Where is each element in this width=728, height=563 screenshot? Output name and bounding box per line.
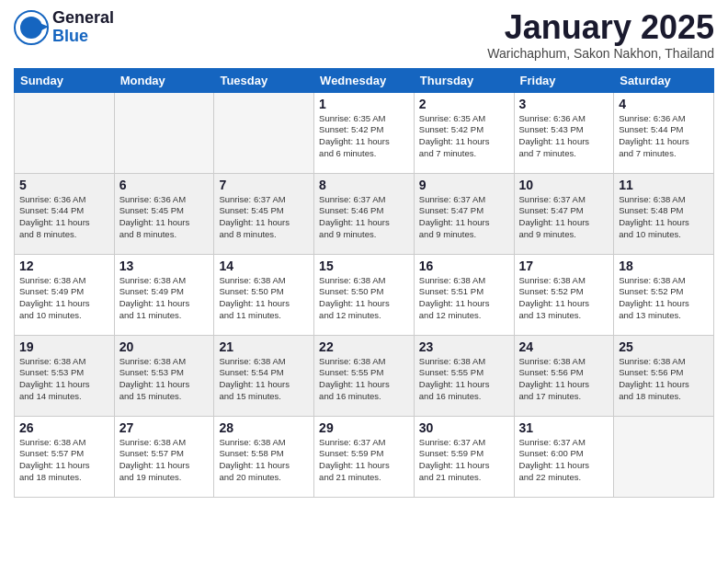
calendar-cell: 2Sunrise: 6:35 AM Sunset: 5:42 PM Daylig…	[414, 92, 514, 173]
day-number: 30	[419, 420, 509, 435]
day-info: Sunrise: 6:37 AM Sunset: 5:46 PM Dayligh…	[319, 194, 409, 241]
day-number: 22	[319, 339, 409, 354]
calendar-cell: 5Sunrise: 6:36 AM Sunset: 5:44 PM Daylig…	[15, 173, 115, 254]
page: General Blue January 2025 Warichaphum, S…	[0, 0, 728, 563]
day-number: 19	[19, 339, 109, 354]
day-info: Sunrise: 6:38 AM Sunset: 5:56 PM Dayligh…	[619, 356, 709, 403]
weekday-header-friday: Friday	[514, 68, 614, 92]
day-number: 5	[19, 178, 109, 192]
day-info: Sunrise: 6:38 AM Sunset: 5:51 PM Dayligh…	[419, 275, 509, 322]
calendar-cell	[114, 92, 214, 173]
day-number: 15	[319, 259, 409, 273]
day-info: Sunrise: 6:38 AM Sunset: 5:55 PM Dayligh…	[419, 356, 509, 403]
weekday-header-sunday: Sunday	[15, 68, 115, 92]
day-info: Sunrise: 6:38 AM Sunset: 5:52 PM Dayligh…	[519, 275, 609, 322]
day-number: 29	[319, 420, 409, 435]
day-info: Sunrise: 6:37 AM Sunset: 5:47 PM Dayligh…	[519, 194, 609, 241]
title-block: January 2025 Warichaphum, Sakon Nakhon, …	[487, 9, 714, 61]
day-info: Sunrise: 6:38 AM Sunset: 5:52 PM Dayligh…	[619, 275, 709, 322]
calendar-cell: 21Sunrise: 6:38 AM Sunset: 5:54 PM Dayli…	[214, 335, 314, 416]
day-info: Sunrise: 6:38 AM Sunset: 5:50 PM Dayligh…	[319, 275, 409, 322]
calendar-cell: 16Sunrise: 6:38 AM Sunset: 5:51 PM Dayli…	[414, 254, 514, 335]
calendar-cell: 9Sunrise: 6:37 AM Sunset: 5:47 PM Daylig…	[414, 173, 514, 254]
day-number: 13	[119, 259, 210, 273]
day-info: Sunrise: 6:35 AM Sunset: 5:42 PM Dayligh…	[419, 113, 509, 160]
day-info: Sunrise: 6:37 AM Sunset: 5:59 PM Dayligh…	[419, 437, 509, 484]
calendar-cell: 4Sunrise: 6:36 AM Sunset: 5:44 PM Daylig…	[614, 92, 714, 173]
day-number: 31	[519, 420, 609, 435]
day-info: Sunrise: 6:37 AM Sunset: 6:00 PM Dayligh…	[519, 437, 609, 484]
logo-general: General	[52, 9, 114, 28]
day-number: 27	[119, 420, 210, 435]
day-info: Sunrise: 6:38 AM Sunset: 5:57 PM Dayligh…	[119, 437, 210, 484]
day-number: 24	[519, 339, 609, 354]
month-title: January 2025	[487, 9, 714, 46]
day-info: Sunrise: 6:38 AM Sunset: 5:53 PM Dayligh…	[119, 356, 210, 403]
day-number: 7	[219, 178, 309, 192]
day-number: 14	[219, 259, 309, 273]
day-number: 18	[619, 259, 709, 273]
calendar-week-row: 26Sunrise: 6:38 AM Sunset: 5:57 PM Dayli…	[15, 416, 714, 497]
calendar-cell: 23Sunrise: 6:38 AM Sunset: 5:55 PM Dayli…	[414, 335, 514, 416]
day-number: 23	[419, 339, 509, 354]
calendar-cell: 25Sunrise: 6:38 AM Sunset: 5:56 PM Dayli…	[614, 335, 714, 416]
logo: General Blue	[14, 9, 114, 46]
day-info: Sunrise: 6:38 AM Sunset: 5:54 PM Dayligh…	[219, 356, 309, 403]
calendar-cell: 19Sunrise: 6:38 AM Sunset: 5:53 PM Dayli…	[15, 335, 115, 416]
calendar-cell: 22Sunrise: 6:38 AM Sunset: 5:55 PM Dayli…	[314, 335, 415, 416]
day-info: Sunrise: 6:38 AM Sunset: 5:57 PM Dayligh…	[19, 437, 109, 484]
calendar-cell: 8Sunrise: 6:37 AM Sunset: 5:46 PM Daylig…	[314, 173, 415, 254]
calendar-cell: 30Sunrise: 6:37 AM Sunset: 5:59 PM Dayli…	[414, 416, 514, 497]
calendar-cell	[614, 416, 714, 497]
calendar-cell: 14Sunrise: 6:38 AM Sunset: 5:50 PM Dayli…	[214, 254, 314, 335]
day-number: 12	[19, 259, 109, 273]
day-number: 11	[619, 178, 709, 192]
calendar-cell: 10Sunrise: 6:37 AM Sunset: 5:47 PM Dayli…	[514, 173, 614, 254]
day-number: 1	[319, 97, 409, 111]
day-info: Sunrise: 6:36 AM Sunset: 5:43 PM Dayligh…	[519, 113, 609, 160]
day-number: 26	[19, 420, 109, 435]
calendar-week-row: 1Sunrise: 6:35 AM Sunset: 5:42 PM Daylig…	[15, 92, 714, 173]
calendar-cell: 1Sunrise: 6:35 AM Sunset: 5:42 PM Daylig…	[314, 92, 415, 173]
day-number: 10	[519, 178, 609, 192]
calendar-week-row: 19Sunrise: 6:38 AM Sunset: 5:53 PM Dayli…	[15, 335, 714, 416]
svg-point-1	[20, 17, 42, 39]
day-info: Sunrise: 6:37 AM Sunset: 5:59 PM Dayligh…	[319, 437, 409, 484]
day-number: 9	[419, 178, 509, 192]
calendar-cell: 28Sunrise: 6:38 AM Sunset: 5:58 PM Dayli…	[214, 416, 314, 497]
day-number: 6	[119, 178, 210, 192]
day-number: 16	[419, 259, 509, 273]
calendar: SundayMondayTuesdayWednesdayThursdayFrid…	[14, 68, 714, 498]
calendar-cell	[214, 92, 314, 173]
day-info: Sunrise: 6:38 AM Sunset: 5:55 PM Dayligh…	[319, 356, 409, 403]
day-number: 4	[619, 97, 709, 111]
day-info: Sunrise: 6:38 AM Sunset: 5:56 PM Dayligh…	[519, 356, 609, 403]
calendar-cell: 6Sunrise: 6:36 AM Sunset: 5:45 PM Daylig…	[114, 173, 214, 254]
day-number: 28	[219, 420, 309, 435]
day-number: 2	[419, 97, 509, 111]
calendar-cell: 17Sunrise: 6:38 AM Sunset: 5:52 PM Dayli…	[514, 254, 614, 335]
weekday-header-tuesday: Tuesday	[214, 68, 314, 92]
calendar-cell: 11Sunrise: 6:38 AM Sunset: 5:48 PM Dayli…	[614, 173, 714, 254]
day-info: Sunrise: 6:38 AM Sunset: 5:49 PM Dayligh…	[119, 275, 210, 322]
calendar-week-row: 5Sunrise: 6:36 AM Sunset: 5:44 PM Daylig…	[15, 173, 714, 254]
day-number: 25	[619, 339, 709, 354]
location: Warichaphum, Sakon Nakhon, Thailand	[487, 46, 714, 61]
calendar-week-row: 12Sunrise: 6:38 AM Sunset: 5:49 PM Dayli…	[15, 254, 714, 335]
day-info: Sunrise: 6:36 AM Sunset: 5:44 PM Dayligh…	[619, 113, 709, 160]
day-info: Sunrise: 6:36 AM Sunset: 5:45 PM Dayligh…	[119, 194, 210, 241]
calendar-cell: 27Sunrise: 6:38 AM Sunset: 5:57 PM Dayli…	[114, 416, 214, 497]
weekday-header-monday: Monday	[114, 68, 214, 92]
weekday-header-wednesday: Wednesday	[314, 68, 415, 92]
day-number: 17	[519, 259, 609, 273]
calendar-cell: 20Sunrise: 6:38 AM Sunset: 5:53 PM Dayli…	[114, 335, 214, 416]
day-info: Sunrise: 6:36 AM Sunset: 5:44 PM Dayligh…	[19, 194, 109, 241]
calendar-cell: 3Sunrise: 6:36 AM Sunset: 5:43 PM Daylig…	[514, 92, 614, 173]
day-number: 8	[319, 178, 409, 192]
calendar-cell: 24Sunrise: 6:38 AM Sunset: 5:56 PM Dayli…	[514, 335, 614, 416]
day-info: Sunrise: 6:35 AM Sunset: 5:42 PM Dayligh…	[319, 113, 409, 160]
day-info: Sunrise: 6:38 AM Sunset: 5:50 PM Dayligh…	[219, 275, 309, 322]
day-info: Sunrise: 6:38 AM Sunset: 5:49 PM Dayligh…	[19, 275, 109, 322]
logo-blue: Blue	[52, 28, 114, 46]
calendar-cell: 26Sunrise: 6:38 AM Sunset: 5:57 PM Dayli…	[15, 416, 115, 497]
